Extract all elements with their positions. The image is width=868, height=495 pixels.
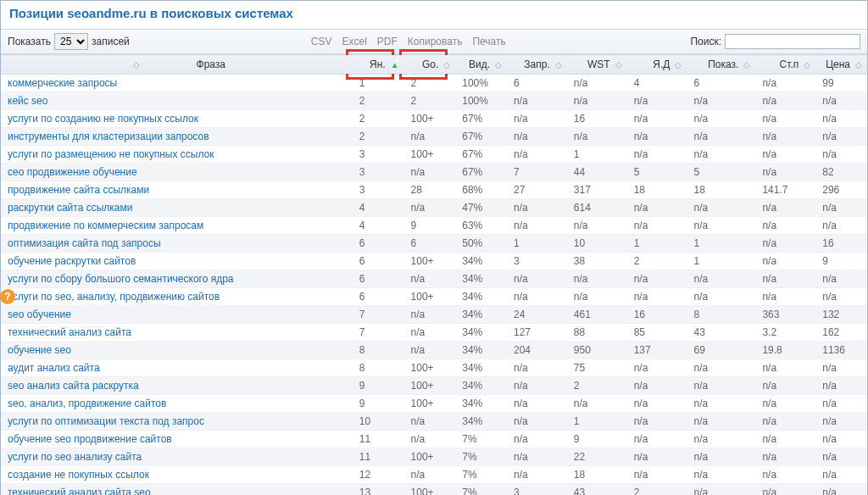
sort-icon: ◇ bbox=[495, 60, 502, 70]
cell-yad: n/a bbox=[627, 377, 687, 395]
cell-pokaz: n/a bbox=[687, 448, 755, 466]
cell-phrase[interactable]: создание не покупных ссылок bbox=[1, 466, 353, 484]
cell-go: 100+ bbox=[404, 288, 456, 306]
col-cena[interactable]: Цена◇ bbox=[815, 55, 867, 75]
cell-phrase[interactable]: seo, анализ, продвижение сайтов bbox=[1, 395, 353, 413]
col-vid[interactable]: Вид.◇ bbox=[455, 55, 507, 75]
cell-phrase[interactable]: инструменты для кластеризации запросов bbox=[1, 128, 353, 146]
length-select[interactable]: 25 bbox=[54, 33, 88, 50]
export-buttons: CSV Excel PDF Копировать Печать bbox=[308, 34, 509, 49]
cell-phrase[interactable]: seo обучение bbox=[1, 306, 353, 324]
col-pokaz[interactable]: Показ.◇ bbox=[687, 55, 755, 75]
cell-phrase[interactable]: аудит анализ сайта bbox=[1, 359, 353, 377]
cell-pokaz: n/a bbox=[687, 217, 755, 235]
search-label: Поиск: bbox=[690, 36, 721, 47]
cell-cena: n/a bbox=[815, 217, 867, 235]
cell-vid: 34% bbox=[455, 253, 507, 270]
cell-phrase[interactable]: обучение раскрутки сайтов bbox=[1, 253, 353, 270]
cell-yad: 2 bbox=[627, 253, 687, 270]
sort-icon: ◇ bbox=[675, 60, 682, 70]
col-go[interactable]: Go.◇ bbox=[404, 55, 456, 75]
cell-cena: n/a bbox=[815, 484, 867, 496]
cell-phrase[interactable]: продвижение по коммерческим запросам bbox=[1, 217, 353, 235]
cell-yan: 6 bbox=[353, 270, 404, 288]
cell-phrase[interactable]: seo анализ сайта раскрутка bbox=[1, 377, 353, 395]
cell-vid: 34% bbox=[455, 306, 507, 324]
export-pdf[interactable]: PDF bbox=[374, 34, 401, 49]
cell-cena: 82 bbox=[815, 164, 867, 181]
cell-phrase[interactable]: коммерческие запросы bbox=[1, 75, 353, 92]
cell-cena: n/a bbox=[815, 146, 867, 164]
cell-yad: n/a bbox=[627, 199, 687, 217]
table-row: услуги по оптимизации текста под запрос1… bbox=[1, 413, 867, 431]
table-row: услуги по сбору большого семантического … bbox=[1, 270, 867, 288]
cell-phrase[interactable]: технический анализ сайта seo bbox=[1, 484, 353, 496]
cell-phrase[interactable]: услуги по seo, анализу, продвижению сайт… bbox=[1, 288, 353, 306]
export-csv[interactable]: CSV bbox=[308, 34, 336, 49]
cell-wst: 9 bbox=[567, 431, 627, 448]
col-phrase[interactable]: ◇ Фраза bbox=[1, 55, 353, 75]
sort-icon: ◇ bbox=[804, 60, 810, 70]
cell-phrase[interactable]: продвижение сайта ссылками bbox=[1, 181, 353, 199]
cell-zapr: n/a bbox=[507, 431, 567, 448]
cell-stp: 19.8 bbox=[755, 342, 815, 359]
cell-go: n/a bbox=[404, 164, 456, 181]
col-wst[interactable]: WST◇ bbox=[567, 55, 627, 75]
cell-phrase[interactable]: обучение seo bbox=[1, 342, 353, 359]
cell-stp: n/a bbox=[755, 413, 815, 431]
cell-stp: 141.7 bbox=[755, 181, 815, 199]
cell-phrase[interactable]: услуги по seo анализу сайта bbox=[1, 448, 353, 466]
search-input[interactable] bbox=[725, 34, 860, 49]
cell-pokaz: n/a bbox=[687, 359, 755, 377]
cell-wst: 75 bbox=[567, 359, 627, 377]
cell-yad: n/a bbox=[627, 448, 687, 466]
cell-zapr: 204 bbox=[507, 342, 567, 359]
cell-yad: n/a bbox=[627, 110, 687, 128]
cell-yan: 2 bbox=[353, 128, 404, 146]
cell-yan: 11 bbox=[353, 431, 404, 448]
cell-wst: n/a bbox=[567, 395, 627, 413]
cell-yan: 3 bbox=[353, 146, 404, 164]
cell-vid: 7% bbox=[455, 431, 507, 448]
cell-wst: 44 bbox=[567, 164, 627, 181]
cell-yad: n/a bbox=[627, 359, 687, 377]
cell-phrase[interactable]: услуги по оптимизации текста под запрос bbox=[1, 413, 353, 431]
cell-go: n/a bbox=[404, 306, 456, 324]
cell-vid: 34% bbox=[455, 413, 507, 431]
cell-phrase[interactable]: услуги по размещению не покупных ссылок bbox=[1, 146, 353, 164]
export-print[interactable]: Печать bbox=[469, 34, 509, 49]
cell-phrase[interactable]: оптимизация сайта под запросы bbox=[1, 235, 353, 253]
cell-pokaz: n/a bbox=[687, 128, 755, 146]
cell-phrase[interactable]: сео продвижение обучение bbox=[1, 164, 353, 181]
cell-pokaz: n/a bbox=[687, 146, 755, 164]
cell-yad: 5 bbox=[627, 164, 687, 181]
cell-phrase[interactable]: услуги по сбору большого семантического … bbox=[1, 270, 353, 288]
col-yan[interactable]: Ян.▲ bbox=[353, 55, 404, 75]
export-excel[interactable]: Excel bbox=[338, 34, 370, 49]
table-row: услуги по размещению не покупных ссылок3… bbox=[1, 146, 867, 164]
cell-phrase[interactable]: услуги по созданию не покупных ссылок bbox=[1, 110, 353, 128]
cell-phrase[interactable]: кейс seo bbox=[1, 92, 353, 110]
entries-label: записей bbox=[92, 36, 130, 47]
col-stp[interactable]: Ст.п◇ bbox=[755, 55, 815, 75]
cell-pokaz: n/a bbox=[687, 377, 755, 395]
cell-phrase[interactable]: обучение seo продвижение сайтов bbox=[1, 431, 353, 448]
cell-wst: n/a bbox=[567, 217, 627, 235]
cell-vid: 67% bbox=[455, 146, 507, 164]
table-row: продвижение сайта ссылками32868%27317181… bbox=[1, 181, 867, 199]
cell-yan: 13 bbox=[353, 484, 404, 496]
cell-yan: 6 bbox=[353, 288, 404, 306]
cell-vid: 63% bbox=[455, 217, 507, 235]
cell-phrase[interactable]: раскрутки сайта ссылками bbox=[1, 199, 353, 217]
sort-icon: ◇ bbox=[743, 60, 750, 70]
export-copy[interactable]: Копировать bbox=[404, 34, 466, 49]
help-icon[interactable]: ? bbox=[0, 289, 15, 304]
col-yad[interactable]: Я.Д◇ bbox=[627, 55, 687, 75]
table-row: сео продвижение обучение3n/a67%74455n/a8… bbox=[1, 164, 867, 181]
cell-go: 6 bbox=[404, 235, 456, 253]
col-zapr[interactable]: Запр.◇ bbox=[507, 55, 567, 75]
cell-zapr: 127 bbox=[507, 324, 567, 342]
cell-pokaz: n/a bbox=[687, 395, 755, 413]
cell-yad: 2 bbox=[627, 484, 687, 496]
cell-phrase[interactable]: технический анализ сайта bbox=[1, 324, 353, 342]
